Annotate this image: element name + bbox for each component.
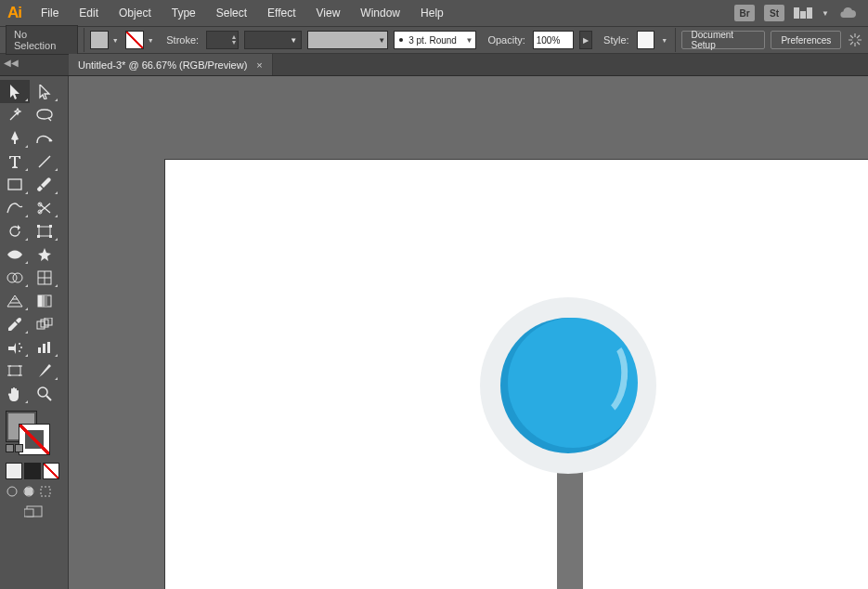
svg-point-24	[19, 350, 20, 352]
symbol-sprayer-tool[interactable]	[0, 335, 30, 359]
magic-wand-tool[interactable]	[0, 103, 30, 126]
slice-tool[interactable]	[30, 359, 59, 382]
menu-select[interactable]: Select	[206, 2, 257, 24]
align-to-icon[interactable]	[847, 32, 862, 48]
type-tool[interactable]	[0, 150, 30, 173]
variable-width-profile-dropdown[interactable]: ▼	[244, 31, 302, 49]
color-mode-gradient[interactable]	[24, 463, 41, 479]
stroke-swatch-group[interactable]: ▼	[125, 31, 155, 49]
svg-rect-25	[38, 347, 41, 353]
hand-tool[interactable]	[0, 382, 30, 405]
svg-point-11	[13, 273, 22, 282]
curvature-tool[interactable]	[30, 126, 59, 150]
svg-line-34	[46, 396, 51, 400]
draw-inside-icon[interactable]	[39, 485, 52, 498]
pen-tool[interactable]	[0, 126, 30, 150]
column-graph-tool[interactable]	[30, 335, 59, 359]
lasso-tool[interactable]	[30, 103, 59, 126]
app-logo-icon: Ai	[6, 4, 31, 22]
width-tool[interactable]	[0, 242, 30, 266]
stroke-weight-field[interactable]: ▴▾	[206, 31, 239, 49]
zoom-tool[interactable]	[30, 382, 59, 405]
chevron-down-icon[interactable]: ▼	[822, 9, 829, 18]
preferences-button[interactable]: Preferences	[771, 31, 841, 49]
fill-dropdown[interactable]: ▼	[110, 31, 120, 49]
shaper-tool[interactable]	[0, 196, 30, 219]
menu-window[interactable]: Window	[350, 2, 410, 24]
menu-effect[interactable]: Effect	[257, 2, 305, 24]
menu-file[interactable]: File	[31, 2, 69, 24]
svg-rect-9	[49, 235, 52, 238]
graphic-style-dropdown[interactable]: ▼	[660, 31, 669, 49]
screen-mode-row[interactable]	[0, 500, 68, 526]
svg-point-0	[49, 138, 52, 141]
document-tab-strip: Untitled-3* @ 66.67% (RGB/Preview) ×	[0, 54, 868, 76]
artwork-magnifying-glass[interactable]	[480, 297, 656, 589]
fill-stroke-indicator[interactable]	[6, 411, 50, 455]
screen-mode-icon[interactable]	[24, 505, 45, 520]
svg-rect-16	[38, 295, 42, 307]
color-mode-row	[0, 459, 68, 483]
fill-swatch[interactable]	[90, 31, 109, 49]
panel-collapse-handle[interactable]: ◀◀	[4, 58, 19, 68]
line-tool[interactable]	[30, 150, 59, 173]
selection-indicator: No Selection	[6, 25, 78, 55]
default-stroke-swatch[interactable]	[19, 424, 50, 455]
rotate-tool[interactable]	[0, 219, 30, 242]
arrange-documents-icon[interactable]	[794, 7, 812, 19]
document-setup-button[interactable]: Document Setup	[681, 31, 766, 49]
svg-rect-6	[37, 225, 40, 228]
blend-tool[interactable]	[30, 312, 59, 335]
artboard-tool[interactable]	[0, 359, 30, 382]
svg-rect-40	[24, 509, 33, 517]
stroke-swatch[interactable]	[125, 31, 144, 49]
rectangle-tool[interactable]	[0, 173, 30, 196]
svg-point-10	[7, 273, 17, 282]
graphic-style-swatch[interactable]	[637, 31, 654, 49]
draw-mode-row	[0, 483, 68, 500]
opacity-field[interactable]: 100%	[533, 31, 575, 49]
menu-type[interactable]: Type	[162, 2, 206, 24]
free-transform-tool[interactable]	[30, 219, 59, 242]
draw-behind-icon[interactable]	[22, 485, 35, 498]
scissors-tool[interactable]	[30, 196, 59, 219]
svg-rect-27	[47, 342, 50, 353]
menu-edit[interactable]: Edit	[69, 2, 109, 24]
svg-rect-2	[8, 179, 21, 190]
control-bar: No Selection ▼ ▼ Stroke: ▴▾ ▼ ▼ 3 pt. Ro…	[0, 26, 868, 54]
canvas-area[interactable]	[69, 76, 868, 589]
style-label: Style:	[598, 34, 631, 46]
color-mode-color[interactable]	[6, 463, 22, 479]
svg-rect-8	[37, 235, 40, 238]
fill-swatch-group[interactable]: ▼	[90, 31, 120, 49]
perspective-grid-tool[interactable]	[0, 289, 30, 312]
stock-icon[interactable]: St	[764, 5, 784, 21]
brush-definition-field[interactable]: 3 pt. Round ▼	[394, 31, 476, 49]
menu-help[interactable]: Help	[410, 2, 454, 24]
close-tab-icon[interactable]: ×	[256, 59, 262, 71]
svg-line-1	[39, 156, 50, 167]
menu-view[interactable]: View	[306, 2, 351, 24]
draw-normal-icon[interactable]	[6, 485, 19, 498]
selection-tool[interactable]	[0, 80, 30, 103]
gradient-tool[interactable]	[30, 289, 59, 312]
direct-selection-tool[interactable]	[30, 80, 59, 103]
stroke-dropdown[interactable]: ▼	[146, 31, 155, 49]
bridge-icon[interactable]: Br	[734, 5, 755, 21]
color-mode-none[interactable]	[43, 463, 59, 479]
menu-bar: Ai File Edit Object Type Select Effect V…	[0, 0, 868, 26]
svg-rect-26	[43, 344, 45, 353]
paintbrush-tool[interactable]	[30, 173, 59, 196]
tool-panel	[0, 76, 69, 589]
opacity-arrow[interactable]: ▶	[579, 31, 592, 49]
puppet-warp-tool[interactable]	[30, 242, 59, 266]
artboard[interactable]	[165, 160, 868, 589]
document-tab[interactable]: Untitled-3* @ 66.67% (RGB/Preview) ×	[69, 54, 273, 75]
brush-profile-dropdown[interactable]: ▼	[307, 31, 388, 49]
live-paint-tool[interactable]	[30, 266, 59, 289]
shape-builder-tool[interactable]	[0, 266, 30, 289]
svg-point-35	[7, 487, 17, 496]
gpu-preview-icon[interactable]	[838, 7, 857, 20]
menu-object[interactable]: Object	[109, 2, 162, 24]
eyedropper-tool[interactable]	[0, 312, 30, 335]
